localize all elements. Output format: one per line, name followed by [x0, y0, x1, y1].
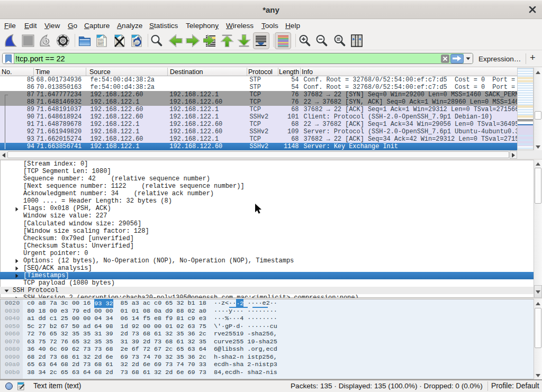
- svg-text:0011: 0011: [98, 43, 104, 46]
